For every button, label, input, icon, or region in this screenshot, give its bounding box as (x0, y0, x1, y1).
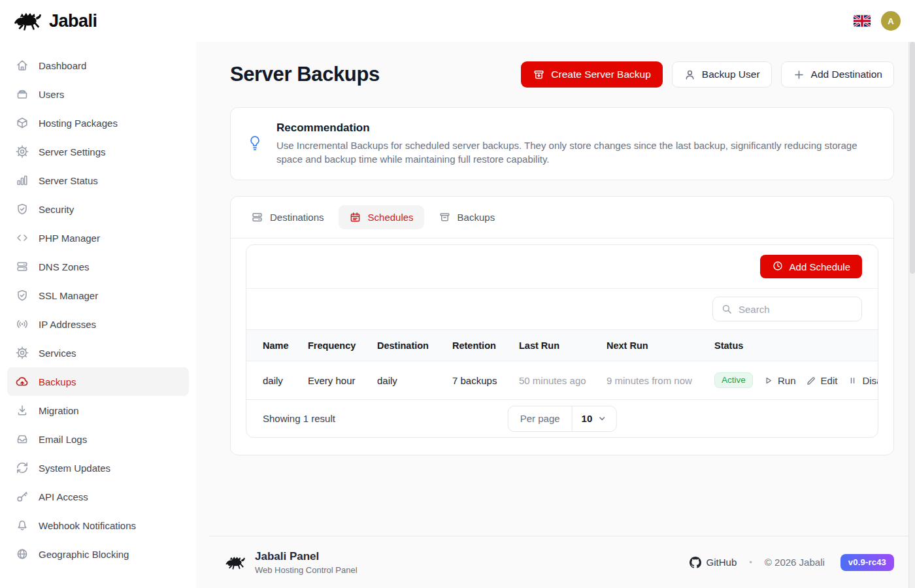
per-page-label: Per page (508, 406, 573, 431)
create-server-backup-button[interactable]: Create Server Backup (521, 61, 663, 88)
add-destination-button[interactable]: Add Destination (781, 61, 894, 88)
sidebar-item-services[interactable]: Services (7, 338, 189, 367)
sidebar-item-label: PHP Manager (39, 233, 100, 244)
recommendation-title: Recommendation (276, 122, 868, 135)
bar-chart-icon (16, 174, 29, 187)
sidebar-item-server-status[interactable]: Server Status (7, 166, 189, 195)
disable-action[interactable]: Disable (847, 375, 878, 386)
github-icon (690, 557, 701, 568)
github-link[interactable]: GitHub (690, 557, 737, 568)
sidebar-item-label: System Updates (39, 463, 110, 474)
create-server-backup-label: Create Server Backup (551, 69, 651, 80)
user-avatar[interactable]: A (881, 11, 901, 31)
column-header-last-run: Last Run (519, 340, 607, 351)
tab-schedules[interactable]: Schedules (339, 205, 424, 229)
sidebar-item-email-logs[interactable]: Email Logs (7, 425, 189, 453)
boar-logo-icon (225, 555, 246, 570)
footer-separator: • (749, 557, 752, 567)
shield-check-icon (16, 203, 29, 216)
gear-icon (16, 346, 29, 359)
recommendation-body: Use Incremental Backups for scheduled se… (276, 139, 868, 166)
tab-backups[interactable]: Backups (428, 205, 506, 229)
sidebar-item-geographic-blocking[interactable]: Geographic Blocking (7, 540, 189, 568)
edit-action[interactable]: Edit (806, 375, 838, 386)
search-input[interactable] (739, 304, 854, 315)
gear-icon (16, 145, 29, 158)
bell-icon (16, 519, 29, 532)
server-icon (251, 211, 263, 223)
column-header-frequency: Frequency (308, 340, 377, 351)
add-schedule-button[interactable]: Add Schedule (760, 255, 862, 278)
vertical-scrollbar[interactable] (908, 42, 915, 588)
sidebar-item-hosting-packages[interactable]: Hosting Packages (7, 108, 189, 137)
sidebar-item-backups[interactable]: Backups (7, 367, 189, 396)
package-icon (16, 116, 29, 129)
refresh-icon (16, 461, 29, 474)
version-badge: v0.9-rc43 (840, 554, 894, 571)
github-label: GitHub (707, 557, 737, 568)
per-page-select[interactable]: 10 (573, 406, 616, 431)
sidebar-item-label: Server Status (39, 175, 98, 186)
sidebar-item-ssl-manager[interactable]: SSL Manager (7, 281, 189, 310)
cell-destination: daily (377, 375, 452, 386)
sidebar-item-php-manager[interactable]: PHP Manager (7, 223, 189, 252)
recommendation-card: Recommendation Use Incremental Backups f… (230, 107, 894, 180)
sidebar-item-users[interactable]: Users (7, 80, 189, 108)
copyright-text: © 2026 Jabali (765, 557, 825, 568)
sidebar-item-label: Security (39, 204, 74, 215)
sidebar-item-ip-addresses[interactable]: IP Addresses (7, 310, 189, 338)
column-header-next-run: Next Run (607, 340, 714, 351)
sidebar-item-label: Backups (39, 376, 76, 387)
clock-icon (772, 260, 784, 274)
boar-logo-icon (13, 10, 43, 31)
archive-box-icon (439, 211, 451, 223)
broadcast-icon (16, 318, 29, 331)
schedules-table: Name Frequency Destination Retention Las… (246, 329, 878, 399)
column-header-destination: Destination (377, 340, 452, 351)
run-action[interactable]: Run (763, 375, 796, 386)
sidebar-item-label: Email Logs (39, 434, 87, 445)
sidebar-item-migration[interactable]: Migration (7, 396, 189, 425)
sidebar-item-label: Geographic Blocking (39, 549, 129, 560)
sidebar-item-security[interactable]: Security (7, 195, 189, 223)
brand-logo[interactable]: Jabali (13, 10, 97, 31)
cell-name: daily (246, 375, 308, 386)
cell-next-run: 9 minutes from now (607, 375, 714, 386)
globe-icon (16, 547, 29, 561)
scrollbar-thumb[interactable] (910, 42, 915, 274)
sidebar-item-dashboard[interactable]: Dashboard (7, 51, 189, 80)
sidebar-item-label: IP Addresses (39, 319, 96, 330)
tab-label: Destinations (270, 212, 324, 223)
chevron-down-icon (597, 414, 607, 423)
footer-panel-name: Jabali Panel (255, 550, 358, 563)
sidebar-item-label: Hosting Packages (39, 118, 118, 129)
sidebar-item-label: DNS Zones (39, 261, 90, 272)
sidebar-item-label: Dashboard (39, 60, 86, 71)
cell-frequency: Every hour (308, 375, 377, 386)
sidebar-item-label: Users (39, 89, 64, 100)
sidebar-item-api-access[interactable]: API Access (7, 482, 189, 511)
sidebar: Dashboard Users Hosting Packages Server … (0, 42, 196, 588)
add-destination-label: Add Destination (811, 69, 882, 80)
pencil-icon (806, 375, 817, 386)
play-icon (763, 375, 774, 386)
sidebar-item-webhook-notifications[interactable]: Webhook Notifications (7, 511, 189, 540)
backup-user-button[interactable]: Backup User (672, 61, 772, 88)
archive-down-icon (533, 69, 545, 81)
search-field (712, 297, 862, 321)
sidebar-item-server-settings[interactable]: Server Settings (7, 137, 189, 166)
sidebar-item-label: Webhook Notifications (39, 520, 136, 531)
home-icon (16, 59, 29, 72)
language-flag-icon[interactable] (854, 15, 871, 27)
calendar-icon (349, 211, 361, 223)
download-icon (16, 404, 29, 417)
sidebar-item-system-updates[interactable]: System Updates (7, 453, 189, 482)
add-schedule-label: Add Schedule (790, 261, 850, 272)
sidebar-item-dns-zones[interactable]: DNS Zones (7, 252, 189, 281)
per-page-control: Per page 10 (508, 406, 617, 432)
backup-user-label: Backup User (702, 69, 760, 80)
pause-icon (847, 375, 858, 386)
sidebar-item-label: Server Settings (39, 146, 106, 157)
column-header-name: Name (246, 340, 308, 351)
tab-destinations[interactable]: Destinations (241, 205, 335, 229)
